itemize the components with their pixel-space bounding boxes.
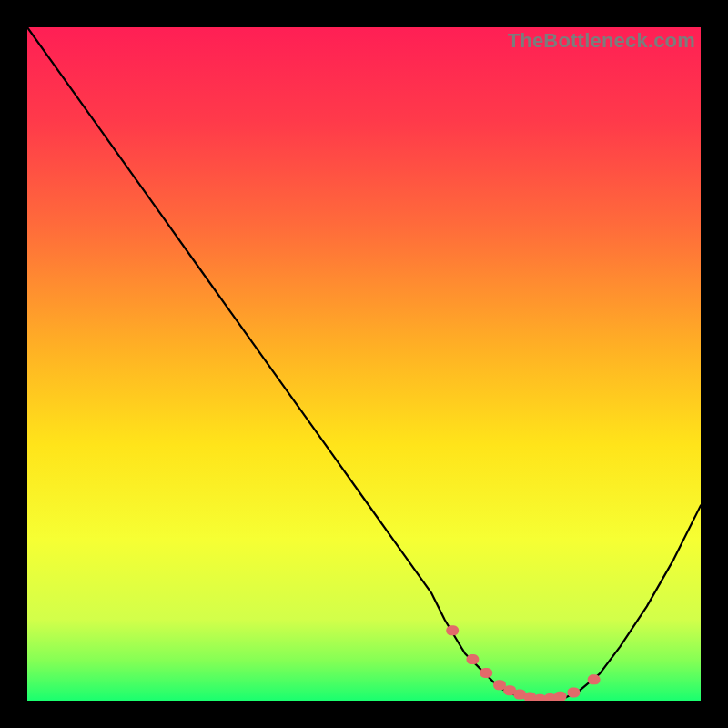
bottleneck-curve	[27, 27, 701, 701]
marker-dot	[446, 625, 459, 635]
marker-dot	[588, 674, 601, 684]
marker-dot	[554, 692, 567, 701]
chart-frame: TheBottleneck.com	[0, 0, 728, 728]
low-bottleneck-dots	[446, 625, 600, 701]
marker-dot	[567, 687, 580, 697]
marker-dot	[466, 654, 479, 664]
plot-area: TheBottleneck.com	[27, 27, 701, 701]
watermark-text: TheBottleneck.com	[508, 29, 695, 53]
marker-dot	[480, 668, 492, 678]
curve-layer	[27, 27, 701, 701]
